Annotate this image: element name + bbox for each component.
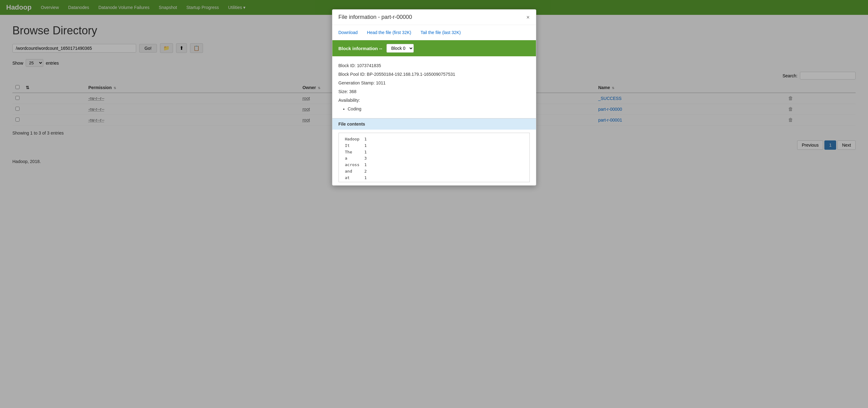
block-select[interactable]: Block 0 — [386, 44, 414, 53]
modal-close-button[interactable]: × — [526, 14, 530, 20]
download-link[interactable]: Download — [339, 30, 358, 35]
availability-label: Availability: — [339, 96, 530, 104]
block-details: Block ID: 1073741835 Block Pool ID: BP-2… — [332, 56, 536, 118]
modal-title: File information - part-r-00000 — [339, 14, 412, 21]
file-contents-body[interactable]: Hadoop 1 It 1 The 1 a 3 across 1 and 2 a… — [339, 133, 530, 173]
tail-file-link[interactable]: Tail the file (last 32K) — [421, 30, 461, 35]
availability-list: Coding — [348, 104, 530, 113]
file-contents-header: File contents — [332, 118, 536, 130]
modal-actions: Download Head the file (first 32K) Tail … — [332, 25, 536, 40]
block-info-label: Block information -- — [339, 46, 382, 51]
modal: File information - part-r-00000 × Downlo… — [332, 9, 536, 173]
block-id: Block ID: 1073741835 — [339, 61, 530, 70]
block-info-header: Block information -- Block 0 — [332, 40, 536, 56]
modal-header: File information - part-r-00000 × — [332, 9, 536, 25]
generation-stamp: Generation Stamp: 1011 — [339, 79, 530, 87]
modal-overlay: File information - part-r-00000 × Downlo… — [0, 0, 868, 173]
block-pool-id: Block Pool ID: BP-20550184-192.168.179.1… — [339, 70, 530, 79]
head-file-link[interactable]: Head the file (first 32K) — [367, 30, 411, 35]
availability-item-0: Coding — [348, 104, 530, 113]
block-size: Size: 368 — [339, 87, 530, 96]
